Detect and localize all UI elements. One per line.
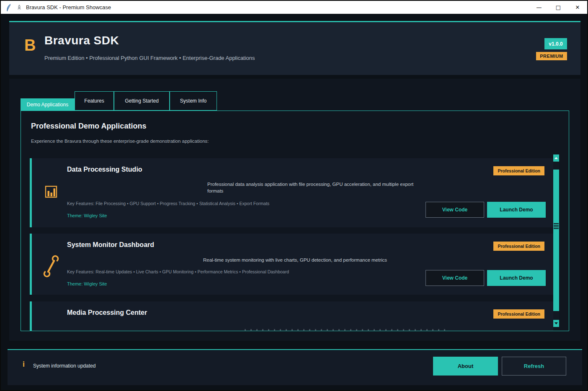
- tab-demo-applications[interactable]: Demo Applications: [21, 98, 75, 111]
- titlebar: Bravura SDK - Premium Showcase — □ ✕: [1, 1, 587, 14]
- launch-demo-button[interactable]: Launch Demo: [487, 202, 546, 218]
- scrollbar-grip-icon: [554, 223, 559, 230]
- tab-system-info[interactable]: System Info: [170, 91, 217, 111]
- tab-getting-started[interactable]: Getting Started: [114, 91, 170, 111]
- card-theme-label: Theme: Wigley Site: [67, 213, 107, 218]
- professional-edition-badge: Professional Edition: [493, 309, 544, 319]
- card-description: Real-time system monitoring with live ch…: [203, 257, 421, 263]
- demo-applications-panel: Professional Demo Applications Experienc…: [21, 111, 569, 331]
- professional-edition-badge: Professional Edition: [493, 242, 544, 251]
- section-subheading: Experience the Bravura through these ent…: [31, 139, 209, 144]
- card-title: Data Processing Studio: [67, 166, 142, 173]
- refresh-button[interactable]: Refresh: [502, 357, 566, 376]
- card-key-features: Key Features: Real-time Updates • Live C…: [67, 269, 289, 274]
- rocket-icon: [16, 4, 23, 11]
- header-panel: B Bravura SDK Premium Edition • Professi…: [9, 21, 580, 75]
- window-title: Bravura SDK - Premium Showcase: [26, 4, 111, 10]
- version-badge: v1.0.0: [544, 38, 567, 49]
- demo-card-media-processing-center: Media Processing Center Professional Edi…: [30, 301, 553, 331]
- card-description: Professional data analysis application w…: [207, 181, 417, 194]
- app-window: Bravura SDK - Premium Showcase — □ ✕ B B…: [0, 0, 588, 391]
- clipped-description-text: [245, 329, 450, 331]
- window-controls: — □ ✕: [529, 1, 587, 14]
- triangle-up-icon: [554, 157, 558, 159]
- wrench-icon: [42, 255, 61, 280]
- info-icon: i: [23, 360, 25, 369]
- card-title: System Monitor Dashboard: [67, 241, 154, 249]
- bar-chart-icon: [44, 184, 58, 200]
- status-message: System information updated: [33, 363, 95, 369]
- maximize-button[interactable]: □: [549, 1, 568, 14]
- section-heading: Professional Demo Applications: [31, 122, 146, 131]
- premium-badge: PREMIUM: [536, 52, 567, 60]
- card-title: Media Processing Center: [67, 309, 147, 316]
- triangle-down-icon: [554, 322, 558, 324]
- card-key-features: Key Features: File Processing • GPU Supp…: [67, 201, 269, 206]
- view-code-button[interactable]: View Code: [426, 270, 484, 286]
- scrollbar-track[interactable]: [553, 162, 559, 320]
- scrollbar-thumb[interactable]: [553, 170, 559, 311]
- tab-features[interactable]: Features: [75, 91, 114, 111]
- brand-logo: B: [24, 36, 36, 54]
- close-button[interactable]: ✕: [568, 1, 587, 14]
- professional-edition-badge: Professional Edition: [493, 166, 544, 175]
- demo-card-data-processing-studio: Data Processing Studio Professional Edit…: [30, 158, 553, 227]
- demo-card-system-monitor-dashboard: System Monitor Dashboard Professional Ed…: [30, 234, 553, 295]
- view-code-button[interactable]: View Code: [426, 202, 484, 218]
- app-subtitle: Premium Edition • Professional Python GU…: [44, 55, 255, 61]
- scroll-up-button[interactable]: [553, 154, 559, 162]
- vertical-scrollbar: [553, 154, 559, 327]
- card-theme-label: Theme: Wigley Site: [67, 281, 107, 286]
- app-title: Bravura SDK: [44, 34, 119, 47]
- status-bar: i System information updated About Refre…: [8, 350, 582, 385]
- about-button[interactable]: About: [433, 357, 498, 376]
- tk-feather-icon: [6, 3, 12, 12]
- minimize-button[interactable]: —: [529, 1, 549, 14]
- launch-demo-button[interactable]: Launch Demo: [487, 270, 546, 286]
- scroll-down-button[interactable]: [553, 320, 559, 327]
